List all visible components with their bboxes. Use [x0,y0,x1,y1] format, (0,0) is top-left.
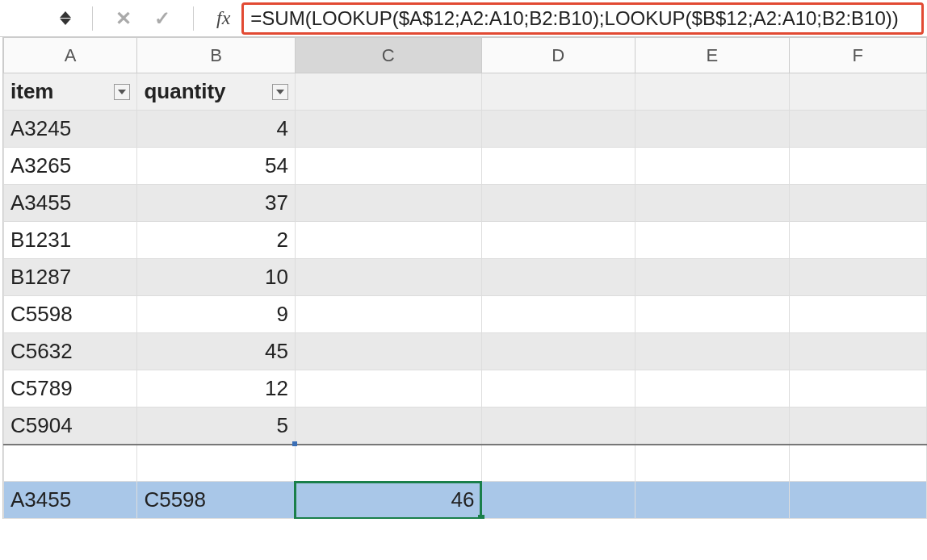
cell[interactable] [481,73,635,111]
cell[interactable] [481,370,635,407]
cell-item[interactable]: C5632 [4,333,137,370]
cell[interactable] [635,185,790,222]
cell[interactable] [295,445,481,482]
cell-item[interactable]: C5904 [4,407,137,445]
lookup-a[interactable]: A3455 [4,482,137,519]
cell[interactable] [789,185,926,222]
fx-label[interactable]: fx [216,7,230,29]
cell[interactable] [295,407,481,445]
cell[interactable] [789,445,926,482]
cell[interactable] [295,296,481,333]
cell-item[interactable]: A3245 [4,111,137,148]
lookup-b[interactable]: C5598 [137,482,296,519]
cell[interactable] [4,445,137,482]
result-cell[interactable]: 46 [295,482,481,519]
cell[interactable] [789,296,926,333]
cell-item[interactable]: C5598 [4,296,137,333]
cell[interactable] [789,222,926,259]
chevron-down-icon [60,19,71,25]
col-header-e[interactable]: E [635,38,790,73]
cell[interactable] [481,296,635,333]
col-header-b[interactable]: B [137,38,296,73]
table-row: C59045 [4,407,927,445]
cell-item[interactable]: B1231 [4,222,137,259]
col-header-c[interactable]: C [295,38,481,73]
table-header-row: item quantity [4,73,927,111]
cell-item[interactable]: C5789 [4,370,137,407]
cell[interactable] [295,333,481,370]
formula-input[interactable]: =SUM(LOOKUP($A$12;A2:A10;B2:B10);LOOKUP(… [241,2,924,35]
lookup-row: A3455 C5598 46 [4,482,927,519]
cell[interactable] [481,185,635,222]
col-header-a[interactable]: A [4,38,137,73]
formula-bar: ✕ ✓ fx =SUM(LOOKUP($A$12;A2:A10;B2:B10);… [0,0,927,37]
cell[interactable] [789,111,926,148]
cell[interactable] [635,259,790,296]
name-box-stepper[interactable] [57,11,74,25]
cell[interactable] [789,148,926,185]
cell-qty[interactable]: 54 [137,148,296,185]
cell[interactable] [481,333,635,370]
cell[interactable] [789,73,926,111]
cell[interactable] [635,482,790,519]
cell-qty[interactable]: 37 [137,185,296,222]
header-item-label: item [10,79,53,104]
chevron-down-icon [118,90,126,94]
cell[interactable] [635,445,790,482]
cell[interactable] [295,111,481,148]
cell[interactable] [295,259,481,296]
cell-qty[interactable]: 9 [137,296,296,333]
cell[interactable] [481,259,635,296]
cell[interactable] [481,445,635,482]
cell[interactable] [635,73,790,111]
cell[interactable] [295,148,481,185]
cell[interactable] [295,185,481,222]
cell[interactable] [481,222,635,259]
filter-button[interactable] [114,84,130,100]
col-header-d[interactable]: D [481,38,635,73]
table-row: A326554 [4,148,927,185]
cell[interactable] [789,370,926,407]
cell[interactable] [635,296,790,333]
cell[interactable] [635,148,790,185]
header-item[interactable]: item [4,73,137,111]
header-qty[interactable]: quantity [137,73,296,111]
cell[interactable] [635,111,790,148]
separator [92,6,93,31]
cell-qty[interactable]: 4 [137,111,296,148]
cell-qty[interactable]: 10 [137,259,296,296]
table-row: A32454 [4,111,927,148]
cell-item[interactable]: A3455 [4,185,137,222]
cell-qty[interactable]: 5 [137,407,296,445]
cell-qty[interactable]: 2 [137,222,296,259]
cell[interactable] [295,370,481,407]
cell[interactable] [789,407,926,445]
filter-button[interactable] [272,84,288,100]
cancel-icon[interactable]: ✕ [115,7,132,30]
col-header-f[interactable]: F [789,38,926,73]
accept-icon[interactable]: ✓ [154,7,170,30]
cell-item[interactable]: B1287 [4,259,137,296]
cell-item[interactable]: A3265 [4,148,137,185]
cell[interactable] [789,259,926,296]
cell[interactable] [789,333,926,370]
cell[interactable] [295,73,481,111]
cell[interactable] [789,482,926,519]
cell[interactable] [635,333,790,370]
cell[interactable] [481,482,635,519]
cell-qty[interactable]: 12 [137,370,296,407]
column-header-row: A B C D E F [4,38,927,73]
cell-qty[interactable]: 45 [137,333,296,370]
separator [193,6,194,31]
cell[interactable] [295,222,481,259]
cell[interactable] [635,222,790,259]
cell[interactable] [481,407,635,445]
blank-row [4,445,927,482]
grid[interactable]: A B C D E F item quantity [3,37,927,519]
header-qty-label: quantity [144,79,225,104]
cell[interactable] [481,148,635,185]
cell[interactable] [481,111,635,148]
cell[interactable] [635,370,790,407]
cell[interactable] [635,407,790,445]
cell[interactable] [137,445,296,482]
